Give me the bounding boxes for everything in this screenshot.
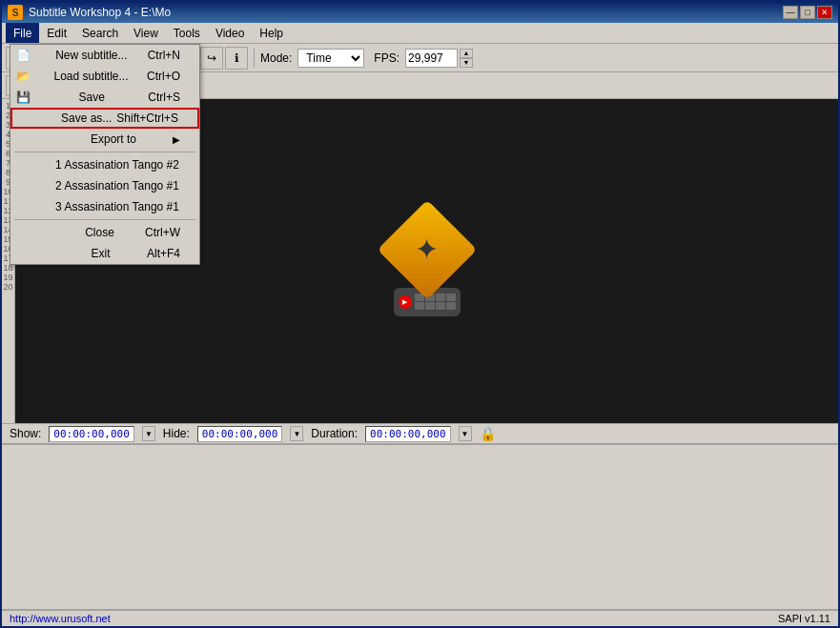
close-label: Close (85, 226, 114, 239)
save-label: Save (78, 91, 104, 104)
menu-search[interactable]: Search (74, 23, 126, 43)
menu-bar: File Edit Search View Tools Video Help (2, 23, 838, 44)
menu-export-to[interactable]: Export to ▶ (10, 129, 199, 150)
menu-file[interactable]: File (6, 23, 39, 43)
menu-view[interactable]: View (126, 23, 166, 43)
menu-save-as[interactable]: Save as... Shift+Ctrl+S (10, 108, 199, 129)
duration-spinner[interactable]: ▼ (459, 426, 472, 441)
title-bar: S Subtitle Workshop 4 - E:\Mo — □ ✕ (2, 2, 838, 23)
duration-time[interactable]: 00:00:00,000 (365, 426, 450, 442)
mode-select[interactable]: Time Frames (297, 49, 364, 68)
fps-label: FPS: (374, 51, 400, 65)
mode-label: Mode: (260, 51, 292, 65)
exit-label: Exit (91, 247, 110, 260)
menu-recent-3[interactable]: 3 Assasination Tango #1 (10, 196, 199, 217)
redo-button[interactable]: ↪ (200, 47, 223, 70)
menu-video[interactable]: Video (208, 23, 252, 43)
save-as-shortcut: Shift+Ctrl+S (116, 111, 178, 125)
fps-up-arrow[interactable]: ▲ (460, 49, 473, 58)
recent-1-icon (33, 156, 51, 173)
status-url: http://www.urusoft.net (10, 613, 111, 624)
status-bar: http://www.urusoft.net SAPI v1.11 (2, 609, 838, 626)
fps-spinner[interactable]: ▲ ▼ (460, 49, 473, 68)
load-subtitle-label: Load subtitle... (53, 70, 128, 83)
recent-3-label: 3 Assasination Tango #1 (55, 200, 179, 213)
menu-tools[interactable]: Tools (166, 23, 208, 43)
line-num-20: 20 (3, 282, 12, 292)
file-dropdown-menu: 📄 New subtitle... Ctrl+N 📂 Load subtitle… (10, 44, 200, 265)
recent-1-label: 1 Assasination Tango #2 (55, 158, 179, 172)
save-shortcut: Ctrl+S (148, 91, 180, 104)
save-as-label: Save as... (61, 111, 112, 125)
lock-icon: 🔒 (480, 426, 496, 441)
maximize-button[interactable]: □ (800, 6, 815, 19)
exit-shortcut: Alt+F4 (147, 247, 180, 260)
new-subtitle-label: New subtitle... (55, 49, 127, 62)
line-num-19: 19 (3, 273, 12, 282)
new-subtitle-shortcut: Ctrl+N (148, 49, 180, 62)
show-time[interactable]: 00:00:00,000 (49, 426, 133, 442)
app-icon: S (8, 5, 23, 20)
window-title: Subtitle Workshop 4 - E:\Mo (29, 6, 171, 19)
show-spinner[interactable]: ▼ (142, 426, 155, 441)
menu-load-subtitle[interactable]: 📂 Load subtitle... Ctrl+O (10, 66, 199, 87)
fps-input[interactable] (405, 49, 458, 68)
hide-spinner[interactable]: ▼ (290, 426, 303, 441)
exit-icon (33, 245, 51, 262)
app-logo: ✦ ▶ (384, 207, 470, 316)
recent-2-label: 2 Assasination Tango #1 (55, 179, 179, 192)
recent-2-icon (33, 177, 51, 194)
show-label: Show: (10, 427, 41, 440)
separator-2 (14, 219, 195, 220)
hide-label: Hide: (163, 427, 190, 440)
text-edit-area[interactable] (2, 444, 838, 582)
separator-1 (14, 152, 195, 152)
menu-recent-2[interactable]: 2 Assasination Tango #1 (10, 175, 199, 196)
timeline-bar: Show: 00:00:00,000 ▼ Hide: 00:00:00,000 … (2, 423, 838, 444)
close-button[interactable]: ✕ (817, 6, 832, 19)
load-icon: 📂 (14, 68, 31, 85)
menu-recent-1[interactable]: 1 Assasination Tango #2 (10, 154, 199, 175)
menu-save[interactable]: 💾 Save Ctrl+S (10, 87, 199, 108)
menu-exit[interactable]: Exit Alt+F4 (10, 243, 199, 264)
menu-edit[interactable]: Edit (39, 23, 74, 43)
minimize-button[interactable]: — (783, 6, 798, 19)
menu-new-subtitle[interactable]: 📄 New subtitle... Ctrl+N (10, 45, 199, 66)
save-icon: 💾 (14, 89, 31, 106)
export-to-label: Export to (91, 132, 136, 146)
menu-help[interactable]: Help (252, 23, 291, 43)
info-button[interactable]: ℹ (225, 47, 248, 70)
load-subtitle-shortcut: Ctrl+O (147, 70, 180, 83)
recent-3-icon (33, 198, 51, 215)
new-icon: 📄 (14, 47, 31, 64)
save-as-icon (35, 110, 52, 127)
play-icon: ▶ (399, 295, 412, 309)
menu-close[interactable]: Close Ctrl+W (10, 222, 199, 243)
close-shortcut: Ctrl+W (145, 226, 180, 239)
export-submenu-arrow: ▶ (173, 134, 180, 145)
hide-time[interactable]: 00:00:00,000 (197, 426, 282, 442)
fps-down-arrow[interactable]: ▼ (460, 58, 473, 68)
status-version: SAPI v1.11 (778, 613, 830, 624)
toolbar-separator-3 (254, 49, 255, 68)
export-icon (33, 131, 51, 148)
duration-label: Duration: (311, 427, 358, 440)
close-file-icon (33, 224, 51, 241)
